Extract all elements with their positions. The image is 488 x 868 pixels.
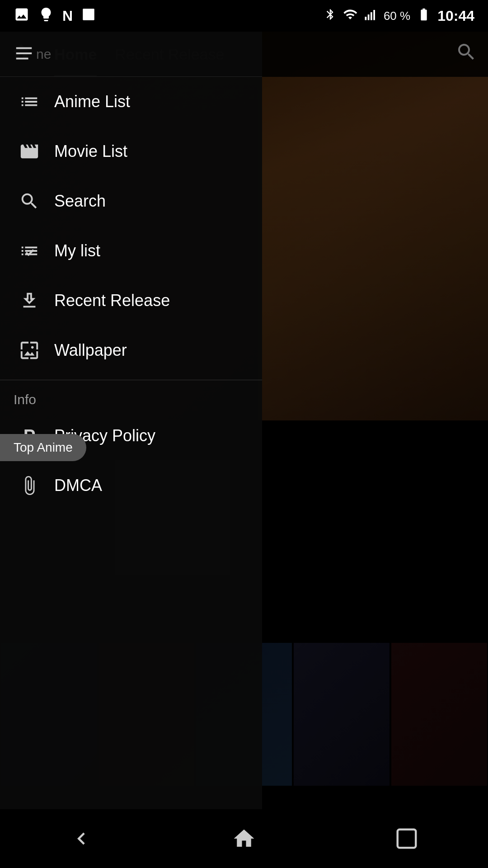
n-icon: N [62, 8, 73, 24]
drawer-search-icon [14, 191, 45, 212]
recent-release-label: Recent Release [54, 291, 170, 310]
battery-icon [417, 7, 431, 25]
back-button[interactable] [54, 821, 108, 857]
battery-text: 60 % [384, 9, 410, 23]
bottom-navigation [0, 809, 488, 868]
movie-list-icon [14, 141, 45, 162]
dmca-icon [14, 475, 45, 496]
android-home-button[interactable] [217, 821, 271, 857]
top-anime-badge[interactable]: Top Anime [0, 434, 86, 461]
my-list-icon [14, 241, 45, 261]
status-time: 10:44 [437, 8, 474, 24]
status-right-icons: 60 % 10:44 [324, 7, 474, 25]
drawer-item-movie-list[interactable]: Movie List [0, 127, 262, 176]
svg-rect-6 [16, 52, 32, 54]
search-label: Search [54, 192, 106, 211]
drawer-item-search[interactable]: Search [0, 176, 262, 226]
drawer-divider [0, 380, 262, 380]
bluetooth-icon [324, 8, 337, 24]
drawer-item-dmca[interactable]: DMCA [0, 461, 262, 510]
info-section-title: Info [0, 385, 262, 411]
svg-rect-1 [365, 17, 366, 20]
status-left-icons: N [14, 6, 96, 26]
wallpaper-label: Wallpaper [54, 341, 127, 360]
svg-rect-0 [83, 9, 94, 20]
photo-icon [14, 6, 30, 26]
anime-list-icon [14, 91, 45, 112]
svg-rect-7 [16, 57, 28, 59]
drawer-item-wallpaper[interactable]: Wallpaper [0, 326, 262, 375]
wifi-icon [343, 7, 357, 25]
anime-list-label: Anime List [54, 92, 130, 111]
square-icon [81, 7, 96, 25]
dmca-label: DMCA [54, 476, 102, 495]
nav-drawer: ne Anime List Movie List Search My list … [0, 32, 262, 809]
recents-button[interactable] [380, 821, 434, 857]
wallpaper-icon [14, 340, 45, 361]
recent-release-icon [14, 290, 45, 311]
drawer-header: ne [0, 32, 262, 77]
signal-icon [364, 8, 377, 24]
drawer-menu-icon [14, 43, 34, 66]
bulb-icon [38, 6, 54, 26]
movie-list-label: Movie List [54, 142, 127, 161]
svg-rect-4 [373, 10, 375, 20]
svg-rect-5 [16, 47, 32, 49]
svg-rect-3 [371, 12, 372, 20]
svg-rect-8 [398, 830, 416, 848]
svg-rect-2 [368, 14, 370, 20]
drawer-item-anime-list[interactable]: Anime List [0, 77, 262, 127]
my-list-label: My list [54, 241, 100, 260]
status-bar: N 60 % 10:44 [0, 0, 488, 32]
drawer-partial-text: ne [36, 47, 51, 62]
drawer-item-my-list[interactable]: My list [0, 226, 262, 276]
drawer-item-recent-release[interactable]: Recent Release [0, 276, 262, 326]
